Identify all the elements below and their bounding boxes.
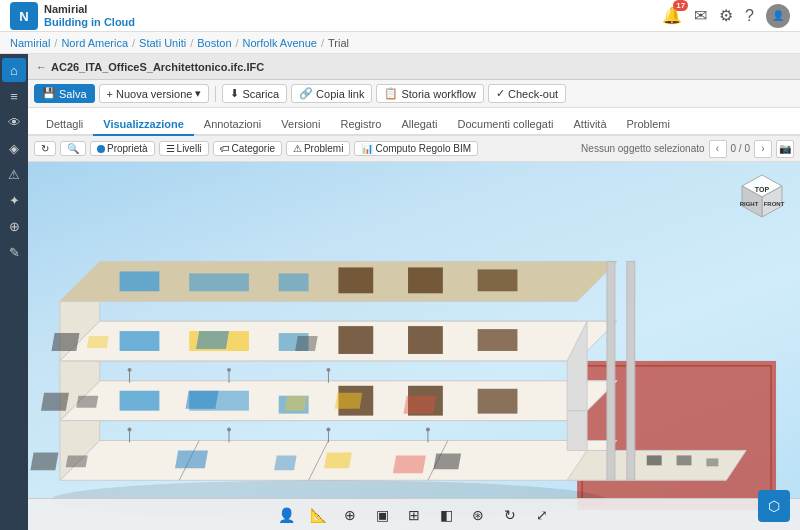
main-layout: ⌂ ≡ 👁 ◈ ⚠ ✦ ⊕ ✎ ← AC26_ITA_OfficeS_Archi… — [0, 54, 800, 530]
svg-rect-51 — [295, 336, 318, 351]
svg-text:TOP: TOP — [755, 186, 770, 193]
tab-visualizzazione[interactable]: Visualizzazione — [93, 114, 194, 136]
refresh-icon: ↻ — [41, 143, 49, 154]
svg-rect-35 — [30, 452, 58, 470]
tab-versioni[interactable]: Versioni — [271, 114, 330, 136]
breadcrumb-namirial[interactable]: Namirial — [10, 37, 50, 49]
sidebar-edit-icon[interactable]: ✎ — [2, 240, 26, 264]
help-button[interactable]: ? — [745, 7, 754, 25]
svg-rect-41 — [433, 453, 461, 469]
svg-rect-26 — [338, 326, 373, 354]
svg-point-74 — [326, 368, 330, 372]
viewer-box-tool[interactable]: ▣ — [370, 503, 394, 527]
breadcrumb-trial[interactable]: Trial — [328, 37, 349, 49]
screenshot-button[interactable]: 📷 — [776, 140, 794, 158]
workflow-button[interactable]: 📋 Storia workflow — [376, 84, 484, 103]
top-header: N Namirial Building in Cloud 🔔 17 ✉ ⚙ ? … — [0, 0, 800, 32]
logo-icon: N — [10, 2, 38, 30]
warning-icon: ⚠ — [293, 143, 302, 154]
breadcrumb-sep-4: / — [236, 37, 239, 49]
properties-dot — [97, 145, 105, 153]
viewer-expand-tool[interactable]: ⤢ — [530, 503, 554, 527]
tab-problemi[interactable]: Problemi — [617, 114, 680, 136]
sidebar-star-icon[interactable]: ✦ — [2, 188, 26, 212]
breadcrumb-sep-3: / — [190, 37, 193, 49]
viewer-section-tool[interactable]: ⊛ — [466, 503, 490, 527]
sidebar-list-icon[interactable]: ≡ — [2, 84, 26, 108]
sidebar-view-icon[interactable]: 👁 — [2, 110, 26, 134]
svg-rect-33 — [408, 267, 443, 293]
svg-marker-53 — [567, 411, 587, 451]
tab-documenti[interactable]: Documenti collegati — [447, 114, 563, 136]
categories-button[interactable]: 🏷 Categorie — [213, 141, 282, 156]
messages-button[interactable]: ✉ — [694, 6, 707, 25]
svg-rect-17 — [120, 391, 160, 411]
levels-icon: ☰ — [166, 143, 175, 154]
save-button[interactable]: 💾 Salva — [34, 84, 95, 103]
sidebar-layers-icon[interactable]: ◈ — [2, 136, 26, 160]
bim-button[interactable]: 📊 Computo Regolo BIM — [354, 141, 478, 156]
tab-annotazioni[interactable]: Annotazioni — [194, 114, 272, 136]
toolbar-separator — [215, 86, 216, 102]
notification-badge: 17 — [673, 0, 688, 11]
viewer-grid-tool[interactable]: ⊞ — [402, 503, 426, 527]
tab-dettagli[interactable]: Dettagli — [36, 114, 93, 136]
viewer-measure-tool[interactable]: 📐 — [306, 503, 330, 527]
copy-link-button[interactable]: 🔗 Copia link — [291, 84, 372, 103]
svg-rect-36 — [66, 455, 88, 467]
download-button[interactable]: ⬇ Scarica — [222, 84, 287, 103]
toolbar: 💾 Salva + Nuova versione ▾ ⬇ Scarica 🔗 C… — [28, 80, 800, 108]
sidebar-add-icon[interactable]: ⊕ — [2, 214, 26, 238]
object-counter: 0 / 0 — [731, 143, 750, 154]
svg-point-72 — [227, 368, 231, 372]
breadcrumb-nord-america[interactable]: Nord America — [61, 37, 128, 49]
levels-button[interactable]: ☰ Livelli — [159, 141, 209, 156]
breadcrumb-stati-uniti[interactable]: Stati Uniti — [139, 37, 186, 49]
svg-rect-40 — [393, 455, 426, 473]
settings-button[interactable]: ⚙ — [719, 6, 733, 25]
sub-toolbar-right: Nessun oggetto selezionato ‹ 0 / 0 › 📷 — [581, 140, 794, 158]
tab-allegati[interactable]: Allegati — [391, 114, 447, 136]
tab-attivita[interactable]: Attività — [563, 114, 616, 136]
breadcrumb: Namirial / Nord America / Stati Uniti / … — [0, 32, 800, 54]
tab-registro[interactable]: Registro — [330, 114, 391, 136]
notifications-button[interactable]: 🔔 17 — [662, 6, 682, 25]
view-cube[interactable]: TOP FRONT RIGHT — [736, 170, 788, 222]
search-button[interactable]: 🔍 — [60, 141, 86, 156]
tag-icon: 🏷 — [220, 143, 230, 154]
svg-rect-45 — [285, 396, 308, 411]
breadcrumb-sep-5: / — [321, 37, 324, 49]
file-back-icon[interactable]: ← — [36, 61, 47, 73]
svg-rect-60 — [706, 458, 718, 466]
checkout-button[interactable]: ✓ Check-out — [488, 84, 566, 103]
svg-rect-38 — [274, 455, 297, 470]
new-version-button[interactable]: + Nuova versione ▾ — [99, 84, 210, 103]
help-icon: ? — [745, 7, 754, 25]
3d-viewer[interactable]: TOP FRONT RIGHT 👤 📐 ⊕ ▣ ⊞ ◧ ⊛ ↻ ⤢ ⬡ — [28, 162, 800, 530]
svg-point-66 — [326, 428, 330, 432]
breadcrumb-norfolk[interactable]: Norfolk Avenue — [243, 37, 317, 49]
prev-object-button[interactable]: ‹ — [709, 140, 727, 158]
properties-button[interactable]: Proprietà — [90, 141, 155, 156]
bim-cube-button[interactable]: ⬡ — [758, 490, 790, 522]
sidebar-home-icon[interactable]: ⌂ — [2, 58, 26, 82]
viewer-person-tool[interactable]: 👤 — [274, 503, 298, 527]
viewer-clip-tool[interactable]: ◧ — [434, 503, 458, 527]
viewer-rotate-tool[interactable]: ↻ — [498, 503, 522, 527]
viewer-add-tool[interactable]: ⊕ — [338, 503, 362, 527]
avatar[interactable]: 👤 — [766, 4, 790, 28]
svg-rect-28 — [478, 329, 518, 351]
next-object-button[interactable]: › — [754, 140, 772, 158]
problems-button[interactable]: ⚠ Problemi — [286, 141, 350, 156]
svg-rect-56 — [627, 261, 635, 480]
svg-point-64 — [227, 428, 231, 432]
gear-icon: ⚙ — [719, 6, 733, 25]
bim-icon: 📊 — [361, 143, 373, 154]
refresh-button[interactable]: ↻ — [34, 141, 56, 156]
sidebar-warning-icon[interactable]: ⚠ — [2, 162, 26, 186]
logo-area: N Namirial Building in Cloud — [10, 2, 135, 30]
breadcrumb-boston[interactable]: Boston — [197, 37, 231, 49]
file-bar: ← AC26_ITA_OfficeS_Architettonico.ifc.IF… — [28, 54, 800, 80]
svg-text:N: N — [19, 9, 28, 24]
svg-rect-58 — [647, 455, 662, 465]
